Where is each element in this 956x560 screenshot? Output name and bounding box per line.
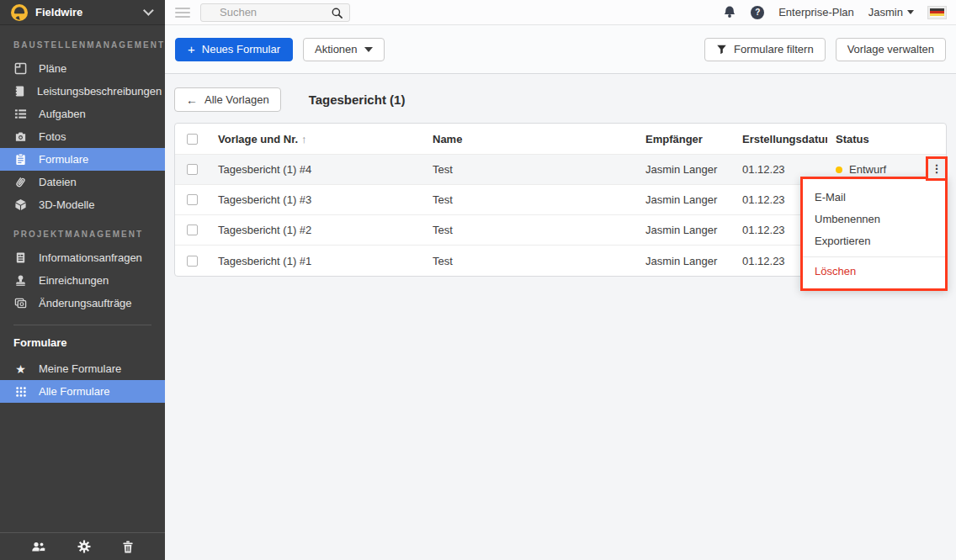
- sidebar-item-label: 3D-Modelle: [39, 198, 94, 211]
- arrow-left-icon: ←: [186, 93, 198, 107]
- sidebar-item-fotos[interactable]: Fotos: [0, 125, 165, 148]
- fieldwire-app: Fieldwire BAUSTELLENMANAGEMENT Pläne Lei…: [0, 0, 956, 560]
- manage-template-label: Vorlage verwalten: [847, 43, 934, 55]
- sidebar-nav: BAUSTELLENMANAGEMENT Pläne Leistungsbesc…: [0, 25, 165, 403]
- cell-empfaenger: Jasmin Langer: [636, 193, 733, 206]
- back-label: Alle Vorlagen: [204, 93, 269, 106]
- row-checkbox[interactable]: [187, 194, 198, 205]
- actions-button[interactable]: Aktionen: [303, 38, 385, 61]
- sidebar-item-formulare[interactable]: Formulare: [0, 148, 165, 171]
- cube-icon: [13, 198, 28, 211]
- sidebar-item-label: Fotos: [39, 130, 66, 143]
- new-form-button[interactable]: + Neues Formular: [175, 38, 293, 61]
- paperclip-icon: [13, 176, 28, 188]
- section-header-formulare: Formulare: [0, 325, 165, 357]
- breadcrumb: ← Alle Vorlagen Tagesbericht (1): [174, 87, 947, 112]
- sidebar-item-label: Änderungsaufträge: [39, 297, 132, 309]
- sidebar-item-label: Einreichungen: [39, 274, 109, 287]
- trash-icon[interactable]: [122, 541, 134, 553]
- row-checkbox[interactable]: [187, 256, 198, 267]
- section-header-projektmanagement: PROJEKTMANAGEMENT: [0, 216, 165, 246]
- star-icon: ★: [13, 363, 28, 375]
- cell-vorlage: Tagesbericht (1) #3: [209, 193, 423, 206]
- chevron-down-icon: [143, 5, 154, 16]
- back-to-templates-button[interactable]: ← Alle Vorlagen: [174, 87, 281, 112]
- row-checkbox[interactable]: [187, 225, 198, 235]
- sidebar-item-label: Aufgaben: [39, 108, 86, 120]
- cell-datum: 01.12.23: [733, 163, 827, 176]
- sidebar-item-informationsanfragen[interactable]: Informationsanfragen: [0, 246, 165, 269]
- column-header-empfaenger[interactable]: Empfänger: [636, 133, 733, 145]
- menu-icon[interactable]: [175, 8, 190, 18]
- tasks-icon: [13, 108, 28, 120]
- plus-icon: +: [188, 43, 195, 55]
- help-icon[interactable]: ?: [751, 6, 764, 19]
- column-header-datum[interactable]: Erstellungsdatum: [733, 133, 827, 145]
- column-header-name[interactable]: Name: [423, 133, 636, 145]
- sidebar-item-label: Dateien: [39, 176, 77, 188]
- menu-item-export[interactable]: Exportieren: [803, 230, 945, 252]
- stamp-icon: [13, 274, 28, 287]
- status-draft-dot: [836, 166, 842, 173]
- sidebar-item-alle-formulare[interactable]: Alle Formulare: [0, 380, 165, 403]
- table-header-row: Vorlage und Nr.↑ Name Empfänger Erstellu…: [175, 124, 946, 155]
- people-icon[interactable]: [31, 541, 46, 553]
- plan-label: Enterprise-Plan: [778, 6, 854, 18]
- select-all-checkbox[interactable]: [187, 134, 198, 145]
- cell-name: Test: [423, 255, 636, 267]
- row-checkbox[interactable]: [187, 164, 198, 175]
- new-form-label: Neues Formular: [202, 43, 280, 55]
- sidebar-item-label: Leistungsbeschreibungen: [37, 85, 162, 98]
- specs-icon: [13, 85, 26, 98]
- sidebar-item-meine-formulare[interactable]: ★ Meine Formulare: [0, 357, 165, 380]
- search-icon[interactable]: [331, 7, 343, 19]
- sidebar-item-aenderungsauftraege[interactable]: Änderungsaufträge: [0, 292, 165, 314]
- row-actions-kebab-button[interactable]: ⋮: [926, 156, 948, 181]
- sidebar-item-aufgaben[interactable]: Aufgaben: [0, 103, 165, 125]
- filter-forms-label: Formulare filtern: [734, 43, 814, 55]
- sidebar-item-label: Alle Formulare: [39, 385, 110, 398]
- sidebar-item-3d-modelle[interactable]: 3D-Modelle: [0, 193, 165, 216]
- menu-item-delete[interactable]: Löschen: [803, 257, 945, 288]
- camera-icon: [13, 130, 28, 143]
- column-header-vorlage[interactable]: Vorlage und Nr.↑: [209, 133, 423, 145]
- topbar-right: ? Enterprise-Plan Jasmin: [723, 5, 946, 19]
- cell-name: Test: [423, 224, 636, 236]
- search-input[interactable]: [201, 4, 349, 21]
- user-menu[interactable]: Jasmin: [868, 6, 914, 18]
- sidebar-item-plaene[interactable]: Pläne: [0, 57, 165, 80]
- change-order-icon: [13, 297, 28, 309]
- sidebar-item-leistungsbeschreibungen[interactable]: Leistungsbeschreibungen: [0, 80, 165, 103]
- cell-vorlage: Tagesbericht (1) #4: [209, 163, 423, 176]
- manage-template-button[interactable]: Vorlage verwalten: [836, 38, 946, 61]
- sidebar-item-label: Meine Formulare: [39, 362, 121, 375]
- brand-name: Fieldwire: [35, 6, 82, 18]
- menu-item-email[interactable]: E-Mail: [803, 187, 945, 209]
- sidebar-item-label: Pläne: [39, 62, 66, 75]
- filter-funnel-icon: [716, 44, 727, 55]
- sidebar-item-einreichungen[interactable]: Einreichungen: [0, 269, 165, 292]
- cell-vorlage: Tagesbericht (1) #1: [209, 255, 423, 267]
- status-label: Entwurf: [849, 163, 886, 176]
- notifications-bell-icon[interactable]: [723, 5, 736, 19]
- document-icon: [13, 251, 28, 264]
- user-name: Jasmin: [868, 6, 903, 18]
- sidebar-footer: [0, 532, 165, 560]
- project-switcher[interactable]: Fieldwire: [0, 0, 165, 25]
- row-actions-context-menu: E-Mail Umbenennen Exportieren Löschen: [800, 177, 948, 291]
- filter-forms-button[interactable]: Formulare filtern: [704, 38, 826, 61]
- cell-empfaenger: Jasmin Langer: [636, 163, 733, 176]
- cell-status: Entwurf: [827, 163, 916, 176]
- section-header-baustellenmanagement: BAUSTELLENMANAGEMENT: [0, 27, 165, 57]
- clipboard-icon: [13, 153, 28, 166]
- sidebar-item-label: Formulare: [39, 153, 88, 166]
- cell-empfaenger: Jasmin Langer: [636, 224, 733, 236]
- cell-name: Test: [423, 193, 636, 206]
- german-flag-icon[interactable]: [928, 7, 946, 18]
- column-header-status[interactable]: Status: [827, 133, 916, 145]
- menu-item-rename[interactable]: Umbenennen: [803, 209, 945, 230]
- search-box: [200, 3, 350, 22]
- gear-icon[interactable]: [77, 540, 91, 553]
- sidebar-item-dateien[interactable]: Dateien: [0, 171, 165, 193]
- actions-label: Aktionen: [315, 43, 358, 55]
